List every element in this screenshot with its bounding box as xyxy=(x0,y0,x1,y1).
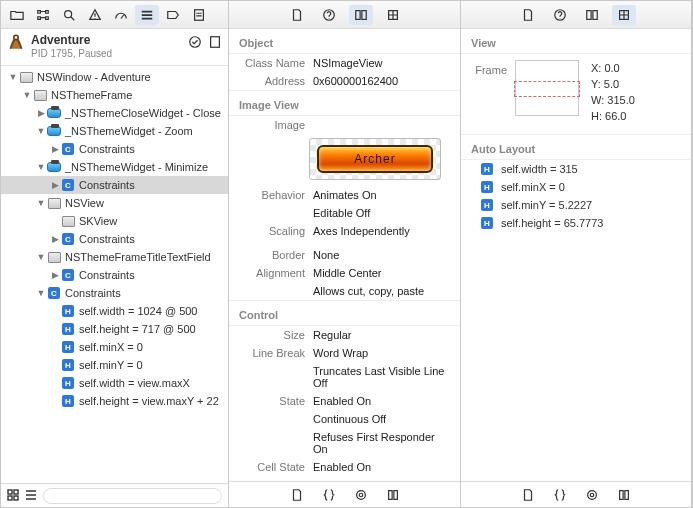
search-icon[interactable] xyxy=(57,5,81,25)
view-hierarchy-tree[interactable]: ▼NSWindow - Adventure▼NSThemeFrame▶_NSTh… xyxy=(1,66,228,483)
eye-icon[interactable] xyxy=(188,35,202,51)
file-inspector-icon[interactable] xyxy=(285,5,309,25)
frame-values: X: 0.0 Y: 5.0 W: 315.0 H: 66.0 xyxy=(591,60,635,124)
tree-row[interactable]: ▼NSThemeFrameTitleTextField xyxy=(1,248,228,266)
frame-diagram xyxy=(515,60,579,116)
autolayout-item[interactable]: Hself.minY = 5.2227 xyxy=(461,196,691,214)
autolayout-item[interactable]: Hself.minX = 0 xyxy=(461,178,691,196)
svg-rect-19 xyxy=(593,10,597,19)
svg-rect-5 xyxy=(8,490,12,494)
disclosure-icon[interactable]: ▼ xyxy=(7,72,19,82)
list-icon[interactable] xyxy=(25,489,37,503)
tree-row[interactable]: ▸Hself.width = view.maxX xyxy=(1,374,228,392)
label-state: State xyxy=(239,395,313,407)
tree-row[interactable]: ▸Hself.height = 717 @ 500 xyxy=(1,320,228,338)
label-image: Image xyxy=(239,119,313,131)
tab-braces-icon-r[interactable] xyxy=(549,486,571,504)
filter-icon[interactable] xyxy=(208,35,222,51)
tab-braces-icon[interactable] xyxy=(318,486,340,504)
tree-label: NSWindow - Adventure xyxy=(37,71,151,83)
debug-navigator-icon[interactable] xyxy=(135,5,159,25)
tree-row[interactable]: ▸Hself.width = 1024 @ 500 xyxy=(1,302,228,320)
warning-icon[interactable] xyxy=(83,5,107,25)
autolayout-item[interactable]: Hself.width = 315 xyxy=(461,160,691,178)
filter-field[interactable] xyxy=(43,488,222,504)
tree-row[interactable]: ▼NSThemeFrame xyxy=(1,86,228,104)
tree-row[interactable]: ▶CConstraints xyxy=(1,140,228,158)
inspector-toolbar-mid xyxy=(229,1,460,29)
folder-icon[interactable] xyxy=(5,5,29,25)
report-icon[interactable] xyxy=(187,5,211,25)
svg-rect-1 xyxy=(195,9,204,20)
object-inspector-pane: Object Class NameNSImageView Address0x60… xyxy=(229,1,461,507)
disclosure-icon[interactable]: ▶ xyxy=(35,108,47,118)
archer-button-image: Archer xyxy=(317,145,433,173)
app-subtitle: PID 1795, Paused xyxy=(31,48,112,59)
disclosure-icon[interactable]: ▼ xyxy=(35,252,47,262)
tree-row[interactable]: ▶_NSThemeCloseWidget - Close xyxy=(1,104,228,122)
disclosure-icon[interactable]: ▶ xyxy=(49,180,61,190)
tree-label: SKView xyxy=(79,215,117,227)
app-title: Adventure xyxy=(31,33,112,47)
section-view: View xyxy=(461,29,691,54)
tree-row[interactable]: ▼NSWindow - Adventure xyxy=(1,68,228,86)
frame-w: W: 315.0 xyxy=(591,92,635,108)
tree-row[interactable]: ▼_NSThemeWidget - Zoom xyxy=(1,122,228,140)
app-icon xyxy=(7,33,25,51)
tab-cols-icon[interactable] xyxy=(382,486,404,504)
value-class: NSImageView xyxy=(313,57,450,69)
identity-inspector-icon-r[interactable] xyxy=(580,5,604,25)
tree-row[interactable]: ▼NSView xyxy=(1,194,228,212)
disclosure-icon[interactable]: ▼ xyxy=(35,126,47,136)
identity-inspector-icon[interactable] xyxy=(349,5,373,25)
value-scaling: Axes Independently xyxy=(313,225,450,237)
tree-row[interactable]: ▶CConstraints xyxy=(1,176,228,194)
help-inspector-icon-r[interactable] xyxy=(548,5,572,25)
size-inspector-icon-r[interactable] xyxy=(612,5,636,25)
tab-circle-icon-r[interactable] xyxy=(581,486,603,504)
disclosure-icon[interactable]: ▼ xyxy=(35,288,47,298)
tree-row[interactable]: ▼CConstraints xyxy=(1,284,228,302)
tree-row[interactable]: ▸SKView xyxy=(1,212,228,230)
svg-point-14 xyxy=(359,493,363,497)
label-scaling: Scaling xyxy=(239,225,313,237)
tree-label: self.minY = 0 xyxy=(79,359,143,371)
tree-row[interactable]: ▸Hself.minY = 0 xyxy=(1,356,228,374)
svg-rect-23 xyxy=(620,490,624,499)
svg-rect-18 xyxy=(587,10,591,19)
disclosure-icon[interactable]: ▼ xyxy=(21,90,33,100)
tab-circle-icon[interactable] xyxy=(350,486,372,504)
tree-row[interactable]: ▶CConstraints xyxy=(1,266,228,284)
disclosure-icon[interactable]: ▼ xyxy=(35,162,47,172)
constraint-text: self.width = 315 xyxy=(501,163,578,175)
disclosure-icon[interactable]: ▶ xyxy=(49,144,61,154)
help-inspector-icon[interactable] xyxy=(317,5,341,25)
disclosure-icon[interactable]: ▶ xyxy=(49,234,61,244)
tree-row[interactable]: ▶CConstraints xyxy=(1,230,228,248)
file-inspector-icon-r[interactable] xyxy=(516,5,540,25)
constraint-text: self.height = 65.7773 xyxy=(501,217,603,229)
disclosure-icon[interactable]: ▶ xyxy=(49,270,61,280)
grid-icon[interactable] xyxy=(7,489,19,503)
tree-row[interactable]: ▸Hself.minX = 0 xyxy=(1,338,228,356)
autolayout-item[interactable]: Hself.height = 65.7773 xyxy=(461,214,691,232)
image-preview: Archer xyxy=(309,138,441,180)
disclosure-icon[interactable]: ▼ xyxy=(35,198,47,208)
tree-label: _NSThemeWidget - Minimize xyxy=(65,161,208,173)
inspector-toolbar-right xyxy=(461,1,691,29)
tree-icon[interactable] xyxy=(31,5,55,25)
frame-y: Y: 5.0 xyxy=(591,76,635,92)
tree-row[interactable]: ▸Hself.height = view.maxY + 22 xyxy=(1,392,228,410)
tree-label: _NSThemeWidget - Zoom xyxy=(65,125,193,137)
label-class: Class Name xyxy=(239,57,313,69)
tab-doc-icon[interactable] xyxy=(286,486,308,504)
svg-point-13 xyxy=(356,490,365,499)
gauge-icon[interactable] xyxy=(109,5,133,25)
breakpoint-icon[interactable] xyxy=(161,5,185,25)
svg-point-21 xyxy=(588,490,597,499)
tree-row[interactable]: ▼_NSThemeWidget - Minimize xyxy=(1,158,228,176)
size-inspector-icon[interactable] xyxy=(381,5,405,25)
tree-label: Constraints xyxy=(79,269,135,281)
tab-cols-icon-r[interactable] xyxy=(613,486,635,504)
tab-doc-icon-r[interactable] xyxy=(517,486,539,504)
